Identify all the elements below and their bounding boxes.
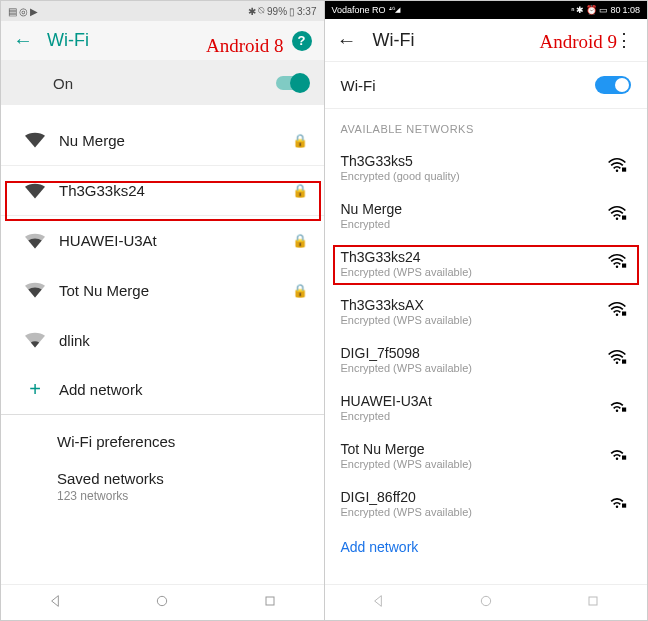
nav-back-button[interactable] xyxy=(370,593,386,613)
network-item[interactable]: Th3G33ks5Encrypted (good quality) xyxy=(325,143,648,191)
network-name: Nu Merge xyxy=(341,201,608,217)
svg-rect-11 xyxy=(622,360,626,364)
network-sub: Encrypted (WPS available) xyxy=(341,458,608,470)
lock-icon: 🔒 xyxy=(292,233,308,248)
network-sub: Encrypted (WPS available) xyxy=(341,266,608,278)
bluetooth-icon: ✱ xyxy=(576,5,584,15)
network-name: HUAWEI-U3At xyxy=(341,393,608,409)
svg-point-14 xyxy=(616,458,619,461)
network-item[interactable]: DIGI_86ff20Encrypted (WPS available) xyxy=(325,479,648,527)
wifi-on-label: On xyxy=(53,75,276,92)
help-button[interactable]: ? xyxy=(292,31,312,51)
carrier-label: Vodafone RO xyxy=(332,5,386,15)
network-name: HUAWEI-U3At xyxy=(53,232,292,249)
play-icon: ▶ xyxy=(30,6,38,17)
network-item[interactable]: DIGI_7f5098Encrypted (WPS available) xyxy=(325,335,648,383)
network-name: dlink xyxy=(53,332,308,349)
wifi-lock-icon xyxy=(607,349,631,369)
add-network-button[interactable]: Add network xyxy=(325,527,648,567)
saved-networks-item[interactable]: Saved networks xyxy=(57,470,308,487)
network-sub: Encrypted xyxy=(341,410,608,422)
network-list: Th3G33ks5Encrypted (good quality) Nu Mer… xyxy=(325,143,648,527)
svg-rect-15 xyxy=(622,456,626,460)
battery-icon: ▭ xyxy=(599,5,608,15)
chrome-icon: ◎ xyxy=(19,6,28,17)
signal-icon: ⁴ᴳ◢ xyxy=(388,6,401,14)
network-item[interactable]: Nu Merge 🔒 xyxy=(1,115,324,165)
clock: 1:08 xyxy=(622,5,640,15)
network-item[interactable]: Th3G33ks24 🔒 xyxy=(1,165,324,215)
nav-recents-button[interactable] xyxy=(585,593,601,613)
nav-recents-button[interactable] xyxy=(262,593,278,613)
svg-point-2 xyxy=(616,170,619,173)
wifi-master-toggle-row: Wi-Fi xyxy=(325,61,648,109)
svg-point-8 xyxy=(616,314,619,317)
svg-point-12 xyxy=(616,410,619,413)
wifi-lock-icon xyxy=(607,445,631,465)
lock-icon: 🔒 xyxy=(292,133,308,148)
network-name: DIGI_7f5098 xyxy=(341,345,608,361)
network-name: Tot Nu Merge xyxy=(341,441,608,457)
network-item[interactable]: HUAWEI-U3At 🔒 xyxy=(1,215,324,265)
network-name: DIGI_86ff20 xyxy=(341,489,608,505)
section-header: AVAILABLE NETWORKS xyxy=(325,109,648,143)
network-name: Nu Merge xyxy=(53,132,292,149)
network-item[interactable]: Tot Nu MergeEncrypted (WPS available) xyxy=(325,431,648,479)
bluetooth-icon: ✱ xyxy=(248,6,256,17)
network-item[interactable]: dlink xyxy=(1,315,324,365)
network-sub: Encrypted (WPS available) xyxy=(341,362,608,374)
android8-screen: Android 8 ▤ ◎ ▶ ✱ ⦰ 99% ▯ 3:37 ← Wi-Fi ?… xyxy=(1,1,325,620)
svg-point-16 xyxy=(616,506,619,509)
network-item[interactable]: Tot Nu Merge 🔒 xyxy=(1,265,324,315)
network-item[interactable]: Th3G33ksAXEncrypted (WPS available) xyxy=(325,287,648,335)
nfc-icon: ⁿ xyxy=(571,5,574,15)
nav-home-button[interactable] xyxy=(478,593,494,613)
svg-rect-13 xyxy=(622,408,626,412)
network-name: Th3G33ksAX xyxy=(341,297,608,313)
wifi-label: Wi-Fi xyxy=(341,77,596,94)
network-item[interactable]: Th3G33ks24Encrypted (WPS available) xyxy=(325,239,648,287)
news-icon: ▤ xyxy=(8,6,17,17)
wifi-master-toggle[interactable] xyxy=(595,76,631,94)
dnd-icon: ⦰ xyxy=(258,5,265,17)
nav-home-button[interactable] xyxy=(154,593,170,613)
svg-rect-7 xyxy=(622,264,626,268)
status-bar: ▤ ◎ ▶ ✱ ⦰ 99% ▯ 3:37 xyxy=(1,1,324,21)
wifi-master-toggle-row: On xyxy=(1,61,324,105)
svg-point-10 xyxy=(616,362,619,365)
svg-point-4 xyxy=(616,218,619,221)
svg-rect-17 xyxy=(622,504,626,508)
wifi-lock-icon xyxy=(607,205,631,225)
back-button[interactable]: ← xyxy=(337,29,357,52)
wifi-lock-icon xyxy=(607,253,631,273)
svg-rect-3 xyxy=(622,168,626,172)
status-bar: Vodafone RO ⁴ᴳ◢ ⁿ ✱ ⏰ ▭ 80 1:08 xyxy=(325,1,648,19)
svg-rect-1 xyxy=(266,597,274,605)
network-sub: Encrypted xyxy=(341,218,608,230)
wifi-preferences-item[interactable]: Wi-Fi preferences xyxy=(57,433,308,450)
network-sub: Encrypted (good quality) xyxy=(341,170,608,182)
lock-icon: 🔒 xyxy=(292,183,308,198)
wifi-icon xyxy=(17,332,53,348)
back-button[interactable]: ← xyxy=(13,29,33,52)
wifi-lock-icon xyxy=(607,397,631,417)
network-item[interactable]: Nu MergeEncrypted xyxy=(325,191,648,239)
network-name: Th3G33ks24 xyxy=(341,249,608,265)
saved-networks-sub: 123 networks xyxy=(57,489,308,503)
add-network-button[interactable]: + Add network xyxy=(1,365,324,415)
wifi-master-toggle[interactable] xyxy=(276,76,308,90)
wifi-icon xyxy=(17,282,53,298)
svg-rect-19 xyxy=(589,597,597,605)
network-sub: Encrypted (WPS available) xyxy=(341,314,608,326)
network-item[interactable]: HUAWEI-U3AtEncrypted xyxy=(325,383,648,431)
version-label-8: Android 8 xyxy=(206,35,284,57)
android9-screen: Android 9 Vodafone RO ⁴ᴳ◢ ⁿ ✱ ⏰ ▭ 80 1:0… xyxy=(325,1,648,620)
lock-icon: 🔒 xyxy=(292,283,308,298)
wifi-lock-icon xyxy=(607,493,631,513)
add-network-label: Add network xyxy=(53,381,142,398)
svg-point-18 xyxy=(481,596,490,605)
network-name: Tot Nu Merge xyxy=(53,282,292,299)
wifi-icon xyxy=(17,183,53,199)
nav-back-button[interactable] xyxy=(47,593,63,613)
plus-icon: + xyxy=(17,378,53,401)
